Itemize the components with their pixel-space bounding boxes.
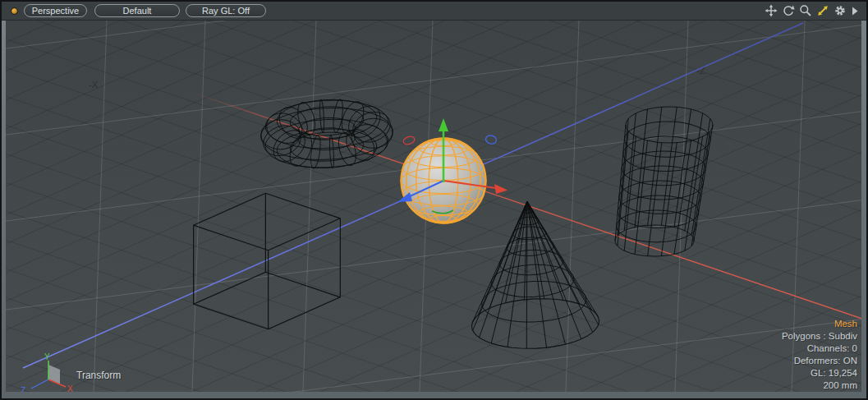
ray-gl-button[interactable]: Ray GL: Off [186,4,266,17]
view-type-button[interactable]: Perspective [24,4,87,17]
viewport-active-led [11,7,18,15]
active-tool-label: Transform [76,370,121,381]
viewport-window: Perspective Default Ray GL: Off [0,0,868,400]
pan-move-icon[interactable] [765,4,778,17]
settings-gear-icon[interactable] [834,4,847,17]
objects-layer [194,99,713,349]
zoom-magnifier-icon[interactable] [799,4,812,17]
deformers-info: Deformers: ON [782,355,857,367]
grid-axis-label-negx: -X [89,80,99,90]
triad-x-label: X [67,384,73,392]
triad-z-label: Z [21,386,25,392]
triad-y-label: Y [44,352,50,361]
rotate-view-icon[interactable] [782,4,795,17]
toolbar-icon-group [765,4,859,17]
gl-count-info: GL: 19,254 [782,367,857,379]
expand-arrow-icon[interactable] [851,4,859,17]
mesh-info-hud: Mesh Polygons : Subdiv Channels: 0 Defor… [782,318,857,392]
viewport-toolbar: Perspective Default Ray GL: Off [2,2,866,21]
maximize-viewport-icon[interactable] [816,4,829,17]
mesh-item-name: Mesh [782,318,857,330]
grid-size-info: 200 mm [782,379,857,392]
polygons-info: Polygons : Subdiv [782,330,857,343]
channels-info: Channels: 0 [782,343,857,355]
viewport-3d-canvas[interactable]: -X -Z Y Z X Transform Mesh Polygons : Su… [6,21,861,392]
shading-style-button[interactable]: Default [94,4,180,17]
